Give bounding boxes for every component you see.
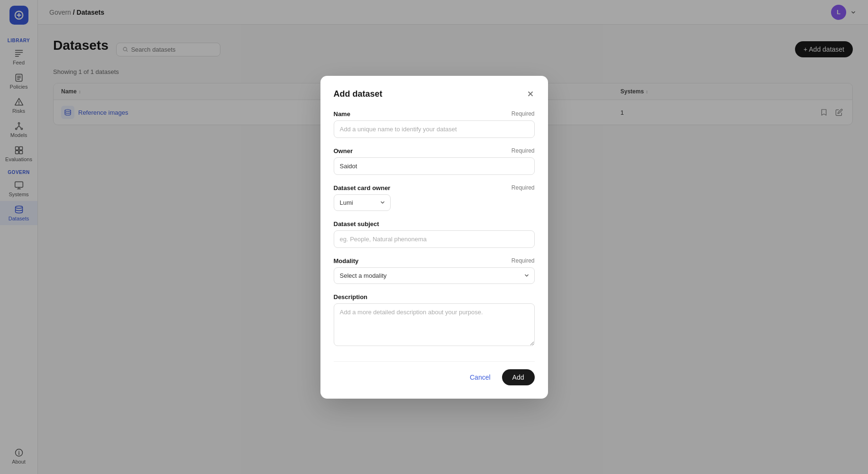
- cancel-button[interactable]: Cancel: [464, 370, 496, 385]
- modality-select-wrapper: Select a modality Vision Text Audio Vide…: [334, 267, 535, 284]
- modality-required: Required: [512, 257, 535, 264]
- modality-field-group: Modality Required Select a modality Visi…: [334, 257, 535, 284]
- description-textarea[interactable]: [334, 303, 535, 346]
- modality-label-row: Modality Required: [334, 257, 535, 264]
- description-label: Description: [334, 293, 368, 301]
- modal-header: Add dataset: [334, 89, 535, 99]
- subject-label-row: Dataset subject: [334, 220, 535, 228]
- card-owner-required: Required: [512, 184, 535, 191]
- name-label-row: Name Required: [334, 110, 535, 118]
- owner-label: Owner: [334, 147, 353, 155]
- description-field-group: Description: [334, 293, 535, 348]
- modality-label: Modality: [334, 257, 359, 264]
- name-label: Name: [334, 110, 350, 118]
- card-owner-label-row: Dataset card owner Required: [334, 184, 535, 191]
- card-owner-select[interactable]: Lumi: [334, 194, 391, 211]
- subject-input[interactable]: [334, 230, 535, 248]
- card-owner-field-group: Dataset card owner Required Lumi: [334, 184, 535, 211]
- owner-input[interactable]: [334, 157, 535, 175]
- close-icon: [526, 90, 535, 98]
- card-owner-label: Dataset card owner: [334, 184, 391, 191]
- owner-required: Required: [512, 147, 535, 154]
- owner-label-row: Owner Required: [334, 147, 535, 155]
- name-required: Required: [512, 110, 535, 117]
- subject-field-group: Dataset subject: [334, 220, 535, 248]
- subject-label: Dataset subject: [334, 220, 379, 228]
- card-owner-select-wrapper: Lumi: [334, 194, 391, 211]
- description-label-row: Description: [334, 293, 535, 301]
- name-field-group: Name Required: [334, 110, 535, 138]
- modal-overlay[interactable]: Add dataset Name Required Owner Required: [0, 0, 868, 474]
- modality-select[interactable]: Select a modality Vision Text Audio Vide…: [334, 267, 535, 284]
- add-dataset-modal: Add dataset Name Required Owner Required: [320, 76, 548, 399]
- modal-footer: Cancel Add: [334, 361, 535, 385]
- add-button[interactable]: Add: [502, 369, 535, 385]
- owner-field-group: Owner Required: [334, 147, 535, 175]
- name-input[interactable]: [334, 120, 535, 138]
- modal-close-button[interactable]: [526, 90, 535, 98]
- modal-title: Add dataset: [334, 89, 383, 99]
